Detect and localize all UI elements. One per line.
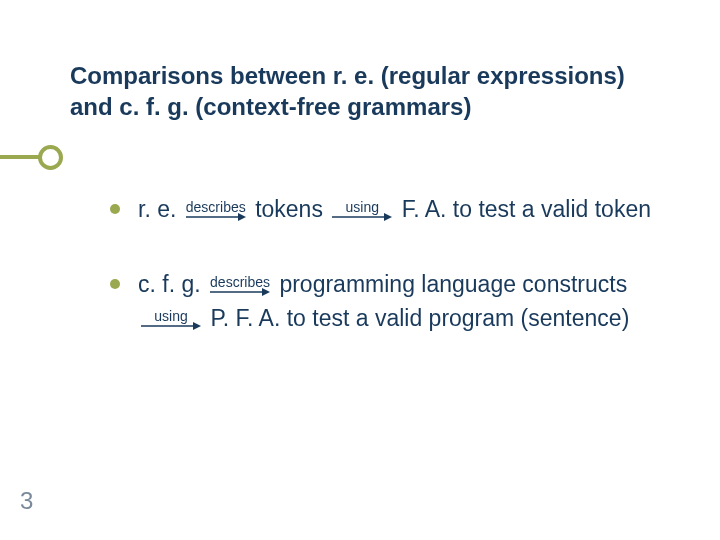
arrow-describes: describes — [186, 200, 246, 222]
svg-marker-7 — [193, 322, 201, 330]
bullet-text: c. f. g. describes programming language … — [138, 267, 670, 336]
slide: Comparisons between r. e. (regular expre… — [0, 0, 720, 540]
arrow-using: using — [332, 200, 392, 222]
arrow-right-icon — [210, 287, 270, 297]
bullet-item: c. f. g. describes programming language … — [110, 267, 670, 336]
svg-marker-5 — [262, 288, 270, 296]
bullet-icon — [110, 279, 120, 289]
arrow-using: using — [141, 309, 201, 331]
bullet-icon — [110, 204, 120, 214]
arrow-right-icon — [332, 212, 392, 222]
bullet-text: r. e. describes tokens using F. — [138, 192, 670, 227]
text-segment: programming language constructs — [279, 271, 627, 297]
arrow-describes: describes — [210, 275, 270, 297]
text-segment: F. A. to test a valid token — [402, 196, 651, 222]
arrow-right-icon — [141, 321, 201, 331]
accent-line — [0, 155, 40, 159]
svg-marker-3 — [384, 213, 392, 221]
text-segment: tokens — [255, 196, 323, 222]
page-number: 3 — [20, 487, 33, 515]
arrow-right-icon — [186, 212, 246, 222]
bullet-item: r. e. describes tokens using F. — [110, 192, 670, 227]
accent-dot-icon — [38, 145, 63, 170]
svg-marker-1 — [238, 213, 246, 221]
text-segment: c. f. g. — [138, 271, 201, 297]
text-segment: r. e. — [138, 196, 176, 222]
slide-title: Comparisons between r. e. (regular expre… — [70, 60, 670, 122]
text-segment: P. F. A. to test a valid program (senten… — [210, 305, 629, 331]
content-area: r. e. describes tokens using F. — [70, 192, 670, 336]
